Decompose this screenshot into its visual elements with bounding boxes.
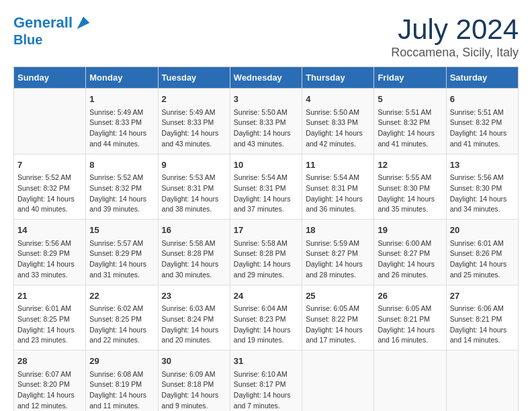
header-wednesday: Wednesday [230,67,302,89]
day-number: 8 [89,158,154,172]
day-info: Sunrise: 5:54 AM Sunset: 8:31 PM Dayligh… [234,173,298,215]
day-info: Sunrise: 5:57 AM Sunset: 8:29 PM Dayligh… [89,238,154,281]
day-number: 17 [234,224,298,237]
calendar-cell: 24Sunrise: 6:04 AM Sunset: 8:23 PM Dayli… [230,285,302,351]
day-number: 12 [378,158,442,172]
calendar-cell: 19Sunrise: 6:00 AM Sunset: 8:27 PM Dayli… [374,220,446,285]
calendar-cell: 17Sunrise: 5:58 AM Sunset: 8:28 PM Dayli… [230,220,302,285]
calendar-cell: 2Sunrise: 5:49 AM Sunset: 8:33 PM Daylig… [158,89,230,154]
day-number: 2 [162,93,226,106]
calendar-cell: 27Sunrise: 6:06 AM Sunset: 8:21 PM Dayli… [446,285,518,351]
day-info: Sunrise: 5:51 AM Sunset: 8:32 PM Dayligh… [450,107,515,150]
calendar-cell: 10Sunrise: 5:54 AM Sunset: 8:31 PM Dayli… [230,154,302,220]
logo: Generall Blue [13,13,93,47]
day-number: 9 [162,158,226,172]
calendar-cell: 29Sunrise: 6:08 AM Sunset: 8:19 PM Dayli… [86,351,158,412]
day-info: Sunrise: 5:50 AM Sunset: 8:33 PM Dayligh… [306,107,370,150]
day-info: Sunrise: 5:58 AM Sunset: 8:28 PM Dayligh… [234,238,298,281]
day-info: Sunrise: 6:09 AM Sunset: 8:18 PM Dayligh… [162,369,226,412]
calendar-week-row: 1Sunrise: 5:49 AM Sunset: 8:33 PM Daylig… [14,89,519,154]
calendar-body: 1Sunrise: 5:49 AM Sunset: 8:33 PM Daylig… [14,89,519,412]
calendar-cell: 7Sunrise: 5:52 AM Sunset: 8:32 PM Daylig… [14,154,86,220]
day-info: Sunrise: 6:05 AM Sunset: 8:21 PM Dayligh… [378,304,442,346]
calendar-cell: 8Sunrise: 5:52 AM Sunset: 8:32 PM Daylig… [86,154,158,220]
calendar-cell: 5Sunrise: 5:51 AM Sunset: 8:32 PM Daylig… [374,89,446,154]
day-number: 19 [378,224,442,237]
calendar-cell: 16Sunrise: 5:58 AM Sunset: 8:28 PM Dayli… [158,220,230,285]
day-number: 24 [234,289,298,303]
header-friday: Friday [374,67,446,89]
day-number: 25 [306,289,370,303]
day-info: Sunrise: 6:01 AM Sunset: 8:26 PM Dayligh… [450,238,515,281]
day-number: 18 [306,224,370,237]
svg-marker-0 [77,17,90,30]
page-header: Generall Blue July 2024 Roccamena, Sicil… [13,13,519,60]
day-info: Sunrise: 5:52 AM Sunset: 8:32 PM Dayligh… [89,173,154,215]
day-info: Sunrise: 6:06 AM Sunset: 8:21 PM Dayligh… [450,304,515,346]
calendar-table: Sunday Monday Tuesday Wednesday Thursday… [13,66,519,411]
calendar-cell [302,351,374,412]
day-number: 14 [17,224,82,237]
calendar-cell: 3Sunrise: 5:50 AM Sunset: 8:33 PM Daylig… [230,89,302,154]
day-number: 4 [306,93,370,106]
calendar-week-row: 28Sunrise: 6:07 AM Sunset: 8:20 PM Dayli… [14,351,519,412]
day-info: Sunrise: 6:00 AM Sunset: 8:27 PM Dayligh… [378,238,442,281]
day-info: Sunrise: 5:49 AM Sunset: 8:33 PM Dayligh… [162,107,226,150]
day-number: 21 [17,289,82,303]
location-title: Roccamena, Sicily, Italy [391,46,519,60]
day-number: 13 [450,158,515,172]
day-number: 27 [450,289,515,303]
day-number: 29 [89,355,154,368]
calendar-cell: 6Sunrise: 5:51 AM Sunset: 8:32 PM Daylig… [446,89,518,154]
day-number: 10 [234,158,298,172]
logo-blue: Blue [13,32,93,47]
day-number: 5 [378,93,442,106]
day-number: 11 [306,158,370,172]
calendar-cell: 15Sunrise: 5:57 AM Sunset: 8:29 PM Dayli… [86,220,158,285]
day-info: Sunrise: 5:53 AM Sunset: 8:31 PM Dayligh… [162,173,226,215]
calendar-cell: 26Sunrise: 6:05 AM Sunset: 8:21 PM Dayli… [374,285,446,351]
logo-icon [74,13,93,32]
calendar-cell [446,351,518,412]
calendar-cell: 23Sunrise: 6:03 AM Sunset: 8:24 PM Dayli… [158,285,230,351]
day-info: Sunrise: 5:54 AM Sunset: 8:31 PM Dayligh… [306,173,370,215]
day-number: 6 [450,93,515,106]
header-saturday: Saturday [446,67,518,89]
calendar-cell: 28Sunrise: 6:07 AM Sunset: 8:20 PM Dayli… [14,351,86,412]
day-info: Sunrise: 6:02 AM Sunset: 8:25 PM Dayligh… [89,304,154,346]
header-sunday: Sunday [14,67,86,89]
day-info: Sunrise: 5:51 AM Sunset: 8:32 PM Dayligh… [378,107,442,150]
day-info: Sunrise: 5:56 AM Sunset: 8:29 PM Dayligh… [17,238,82,281]
day-info: Sunrise: 5:50 AM Sunset: 8:33 PM Dayligh… [234,107,298,150]
day-number: 26 [378,289,442,303]
weekday-header-row: Sunday Monday Tuesday Wednesday Thursday… [14,67,519,89]
calendar-header: Sunday Monday Tuesday Wednesday Thursday… [14,67,519,89]
day-number: 22 [89,289,154,303]
calendar-cell: 22Sunrise: 6:02 AM Sunset: 8:25 PM Dayli… [86,285,158,351]
header-thursday: Thursday [302,67,374,89]
day-number: 1 [89,93,154,106]
day-info: Sunrise: 5:56 AM Sunset: 8:30 PM Dayligh… [450,173,515,215]
month-title: July 2024 [391,13,519,46]
calendar-cell: 21Sunrise: 6:01 AM Sunset: 8:25 PM Dayli… [14,285,86,351]
calendar-week-row: 7Sunrise: 5:52 AM Sunset: 8:32 PM Daylig… [14,154,519,220]
calendar-cell: 4Sunrise: 5:50 AM Sunset: 8:33 PM Daylig… [302,89,374,154]
calendar-cell: 18Sunrise: 5:59 AM Sunset: 8:27 PM Dayli… [302,220,374,285]
header-tuesday: Tuesday [158,67,230,89]
header-monday: Monday [86,67,158,89]
day-number: 20 [450,224,515,237]
day-info: Sunrise: 6:04 AM Sunset: 8:23 PM Dayligh… [234,304,298,346]
logo-text: Generall [13,15,73,31]
day-number: 23 [162,289,226,303]
day-info: Sunrise: 5:59 AM Sunset: 8:27 PM Dayligh… [306,238,370,281]
calendar-cell: 12Sunrise: 5:55 AM Sunset: 8:30 PM Dayli… [374,154,446,220]
calendar-cell: 14Sunrise: 5:56 AM Sunset: 8:29 PM Dayli… [14,220,86,285]
day-info: Sunrise: 6:08 AM Sunset: 8:19 PM Dayligh… [89,369,154,412]
calendar-cell: 20Sunrise: 6:01 AM Sunset: 8:26 PM Dayli… [446,220,518,285]
day-info: Sunrise: 6:01 AM Sunset: 8:25 PM Dayligh… [17,304,82,346]
calendar-cell: 13Sunrise: 5:56 AM Sunset: 8:30 PM Dayli… [446,154,518,220]
day-info: Sunrise: 5:55 AM Sunset: 8:30 PM Dayligh… [378,173,442,215]
calendar-week-row: 14Sunrise: 5:56 AM Sunset: 8:29 PM Dayli… [14,220,519,285]
day-number: 15 [89,224,154,237]
calendar-cell [14,89,86,154]
